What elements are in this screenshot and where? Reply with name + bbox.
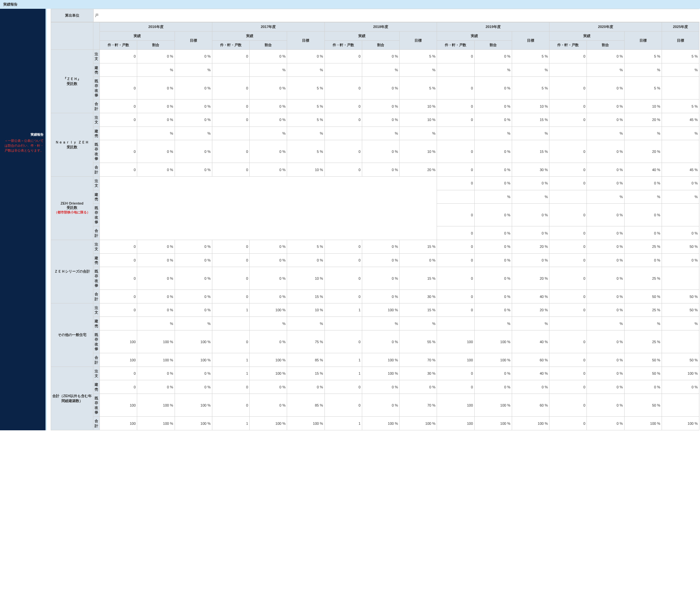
data-cell: 0 % bbox=[474, 303, 512, 317]
data-cell: 100 bbox=[100, 417, 137, 430]
header-year: 2016年度 bbox=[100, 22, 212, 31]
data-cell: 0 % bbox=[175, 303, 212, 317]
data-cell: 0 bbox=[212, 50, 249, 64]
data-cell: 50 % bbox=[661, 353, 699, 367]
data-cell: 0 % bbox=[661, 226, 699, 240]
header-actual: 実績 bbox=[324, 31, 400, 41]
data-cell: 5 % bbox=[400, 50, 437, 64]
data-cell: 100 % bbox=[474, 353, 512, 367]
data-cell bbox=[549, 317, 587, 331]
data-cell: % bbox=[587, 126, 624, 140]
row-sub-label: 建売 bbox=[93, 63, 100, 77]
data-cell: 70 % bbox=[400, 394, 437, 417]
data-cell: 10 % bbox=[287, 267, 324, 290]
data-cell: 0 % bbox=[624, 380, 661, 394]
data-cell: 0 % bbox=[250, 394, 287, 417]
data-cell: 100 % bbox=[175, 353, 212, 367]
row-sub-label: 建売 bbox=[93, 190, 100, 203]
data-cell: 0 bbox=[549, 367, 587, 380]
data-cell: 0 bbox=[437, 253, 474, 267]
data-cell: % bbox=[661, 63, 699, 77]
data-cell bbox=[661, 77, 699, 99]
results-table: 2016年度2017年度2018年度2019年度2020年度2025年度実績目標… bbox=[51, 22, 699, 430]
data-cell: 85 % bbox=[287, 353, 324, 367]
data-cell: 100 bbox=[437, 331, 474, 353]
data-cell: 0 % bbox=[137, 50, 175, 64]
data-cell: 0 bbox=[324, 140, 362, 163]
data-cell: 0 % bbox=[587, 290, 624, 304]
data-cell bbox=[661, 203, 699, 226]
data-cell: 0 % bbox=[587, 226, 624, 240]
data-cell: 0 bbox=[324, 290, 362, 304]
data-cell: % bbox=[661, 317, 699, 331]
data-cell: 0 bbox=[437, 380, 474, 394]
data-cell: 0 % bbox=[512, 226, 549, 240]
data-cell: 100 % bbox=[362, 367, 399, 380]
data-cell: 0 bbox=[212, 240, 249, 253]
data-cell bbox=[437, 317, 474, 331]
data-cell: 0 bbox=[549, 290, 587, 304]
data-cell: 0 bbox=[549, 380, 587, 394]
data-cell: 0 bbox=[100, 290, 137, 304]
page-title: 実績報告 bbox=[0, 0, 700, 9]
data-cell: 100 % bbox=[250, 417, 287, 430]
data-cell: 10 % bbox=[400, 99, 437, 113]
data-cell: 0 % bbox=[137, 140, 175, 163]
data-cell: % bbox=[512, 126, 549, 140]
row-sub-label: 建売 bbox=[93, 126, 100, 140]
data-cell: 0 bbox=[324, 394, 362, 417]
data-cell: 0 % bbox=[137, 267, 175, 290]
data-cell: 40 % bbox=[512, 367, 549, 380]
data-cell: 50 % bbox=[661, 303, 699, 317]
header-target: 目標 bbox=[512, 31, 549, 50]
data-cell: 0 bbox=[212, 113, 249, 126]
data-cell: 0 % bbox=[250, 99, 287, 113]
data-cell: 100 % bbox=[250, 303, 287, 317]
row-sub-label: 注文 bbox=[93, 240, 100, 253]
data-cell: % bbox=[400, 317, 437, 331]
data-cell: % bbox=[362, 317, 399, 331]
data-cell: 60 % bbox=[512, 353, 549, 367]
data-cell: 0 bbox=[324, 267, 362, 290]
data-cell: 15 % bbox=[287, 367, 324, 380]
data-cell: 0 bbox=[437, 113, 474, 126]
data-cell: 15 % bbox=[400, 267, 437, 290]
row-sub-label: 注文 bbox=[93, 176, 100, 190]
data-cell: 0 % bbox=[624, 176, 661, 190]
sidebar-title: 実績報告 bbox=[2, 132, 44, 137]
header-ratio: 割合 bbox=[587, 41, 624, 50]
data-cell: 0 bbox=[437, 163, 474, 177]
data-cell: 0 % bbox=[362, 267, 399, 290]
data-cell: 0 % bbox=[175, 290, 212, 304]
row-sub-label: 建売 bbox=[93, 317, 100, 331]
data-cell: % bbox=[624, 126, 661, 140]
sidebar: 実績報告 ＜一部公表＞公表については割合のみ行い、件・軒・戸数は非公表となります… bbox=[0, 9, 46, 430]
data-cell: 1 bbox=[212, 353, 249, 367]
data-cell: % bbox=[624, 190, 661, 203]
data-cell: 0 bbox=[100, 267, 137, 290]
data-cell: 0 % bbox=[362, 394, 399, 417]
data-cell: % bbox=[137, 317, 175, 331]
data-cell: 0 bbox=[100, 163, 137, 177]
data-cell: % bbox=[587, 317, 624, 331]
header-count: 件・軒・戸数 bbox=[549, 41, 587, 50]
data-cell: % bbox=[587, 190, 624, 203]
data-cell: 0 bbox=[324, 163, 362, 177]
data-cell: 0 bbox=[212, 163, 249, 177]
data-cell: 5 % bbox=[287, 140, 324, 163]
data-cell: 10 % bbox=[400, 140, 437, 163]
data-cell: 0 % bbox=[587, 380, 624, 394]
header-actual: 実績 bbox=[437, 31, 512, 41]
data-cell: 0 bbox=[549, 253, 587, 267]
data-cell: 0 % bbox=[624, 226, 661, 240]
data-cell: 0 bbox=[549, 226, 587, 240]
data-cell: 10 % bbox=[400, 113, 437, 126]
data-cell: 0 % bbox=[474, 163, 512, 177]
data-cell: 1 bbox=[212, 303, 249, 317]
data-cell: 0 % bbox=[400, 380, 437, 394]
row-sub-label: 既存改修 bbox=[93, 77, 100, 99]
data-cell bbox=[661, 267, 699, 290]
data-cell: 0 bbox=[324, 50, 362, 64]
data-cell bbox=[100, 317, 137, 331]
data-cell: 20 % bbox=[400, 163, 437, 177]
